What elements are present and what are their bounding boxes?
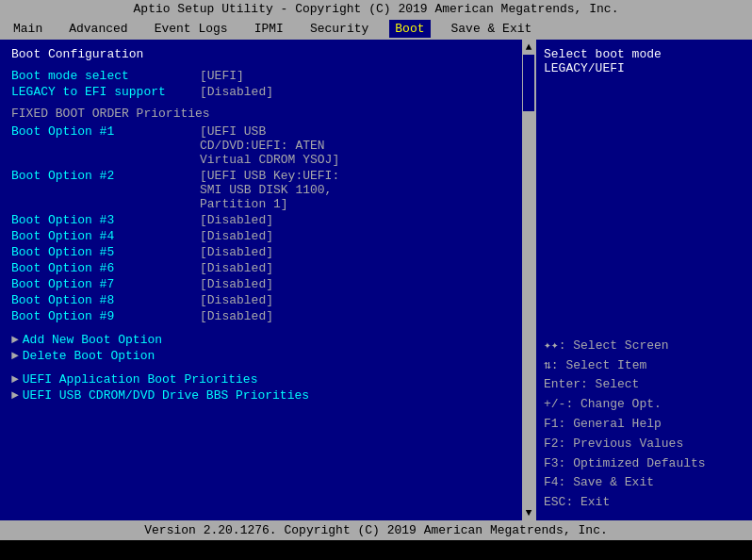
boot-option-2-row: Boot Option #2 [UEFI USB Key:UEFI: SMI U…: [11, 169, 511, 211]
hint-f3: F3: Optimized Defaults: [544, 454, 744, 474]
boot-option-5-label: Boot Option #5: [11, 245, 200, 259]
title-text: Aptio Setup Utility - Copyright (C) 2019…: [134, 2, 619, 16]
menu-bar: Main Advanced Event Logs IPMI Security B…: [0, 18, 752, 40]
boot-option-5-row: Boot Option #5 [Disabled]: [11, 245, 511, 259]
boot-option-1-label: Boot Option #1: [11, 124, 200, 167]
delete-boot-label: Delete Boot Option: [23, 349, 155, 363]
boot-option-5-value[interactable]: [Disabled]: [200, 245, 273, 259]
boot-option-2-label: Boot Option #2: [11, 169, 200, 211]
add-boot-arrow: ►: [11, 333, 19, 347]
scroll-down-arrow[interactable]: ▼: [526, 505, 532, 520]
add-boot-option[interactable]: ► Add New Boot Option: [11, 333, 511, 347]
boot-option-8-label: Boot Option #8: [11, 293, 200, 307]
legacy-efi-row: LEGACY to EFI support [Disabled]: [11, 85, 511, 99]
legacy-efi-value[interactable]: [Disabled]: [200, 85, 273, 99]
scrollbar[interactable]: ▲ ▼: [522, 40, 535, 520]
boot-option-4-row: Boot Option #4 [Disabled]: [11, 229, 511, 243]
boot-option-3-label: Boot Option #3: [11, 213, 200, 227]
hint-f1: F1: General Help: [544, 415, 744, 435]
delete-boot-option[interactable]: ► Delete Boot Option: [11, 349, 511, 363]
boot-option-2-value[interactable]: [UEFI USB Key:UEFI: SMI USB DISK 1100, P…: [200, 169, 339, 211]
hint-block: ✦✦: Select Screen ⇅: Select Item Enter: …: [544, 337, 744, 513]
uefi-app-arrow: ►: [11, 372, 19, 387]
boot-option-6-row: Boot Option #6 [Disabled]: [11, 261, 511, 275]
menu-save-exit[interactable]: Save & Exit: [446, 20, 538, 38]
menu-event-logs[interactable]: Event Logs: [149, 20, 234, 38]
boot-option-9-row: Boot Option #9 [Disabled]: [11, 309, 511, 323]
delete-boot-arrow: ►: [11, 349, 19, 363]
hint-select-item: ⇅: Select Item: [544, 356, 744, 376]
boot-option-9-label: Boot Option #9: [11, 309, 200, 323]
uefi-app-priorities[interactable]: ► UEFI Application Boot Priorities: [11, 372, 511, 387]
boot-option-7-value[interactable]: [Disabled]: [200, 277, 273, 291]
uefi-usb-label: UEFI USB CDROM/DVD Drive BBS Priorities: [23, 388, 309, 403]
menu-ipmi[interactable]: IPMI: [249, 20, 289, 38]
right-panel: Select boot mode LEGACY/UEFI ✦✦: Select …: [535, 40, 752, 520]
hint-esc: ESC: Exit: [544, 493, 744, 513]
boot-option-1-value[interactable]: [UEFI USB CD/DVD:UEFI: ATEN Virtual CDRO…: [200, 124, 339, 167]
boot-option-3-value[interactable]: [Disabled]: [200, 213, 273, 227]
hint-f4: F4: Save & Exit: [544, 473, 744, 493]
main-area: Boot Configuration Boot mode select [UEF…: [0, 40, 752, 520]
boot-option-4-label: Boot Option #4: [11, 229, 200, 243]
title-bar: Aptio Setup Utility - Copyright (C) 2019…: [0, 0, 752, 18]
help-text: Select boot mode LEGACY/UEFI: [544, 47, 744, 75]
hint-change-opt: +/-: Change Opt.: [544, 395, 744, 415]
menu-main[interactable]: Main: [8, 20, 48, 38]
boot-option-9-value[interactable]: [Disabled]: [200, 309, 273, 323]
hint-f2: F2: Previous Values: [544, 435, 744, 454]
add-boot-label: Add New Boot Option: [23, 333, 162, 347]
boot-option-6-label: Boot Option #6: [11, 261, 200, 275]
boot-option-1-row: Boot Option #1 [UEFI USB CD/DVD:UEFI: AT…: [11, 124, 511, 167]
boot-option-4-value[interactable]: [Disabled]: [200, 229, 273, 243]
left-panel: Boot Configuration Boot mode select [UEF…: [0, 40, 522, 520]
hint-select-screen: ✦✦: Select Screen: [544, 337, 744, 356]
boot-option-6-value[interactable]: [Disabled]: [200, 261, 273, 275]
boot-option-7-row: Boot Option #7 [Disabled]: [11, 277, 511, 291]
boot-mode-row: Boot mode select [UEFI]: [11, 69, 511, 83]
section-title: Boot Configuration: [11, 47, 511, 61]
boot-option-8-row: Boot Option #8 [Disabled]: [11, 293, 511, 307]
uefi-usb-priorities[interactable]: ► UEFI USB CDROM/DVD Drive BBS Prioritie…: [11, 388, 511, 403]
boot-option-7-label: Boot Option #7: [11, 277, 200, 291]
menu-boot[interactable]: Boot: [389, 20, 430, 38]
menu-advanced[interactable]: Advanced: [63, 20, 133, 38]
boot-mode-value[interactable]: [UEFI]: [200, 69, 244, 83]
menu-security[interactable]: Security: [304, 20, 374, 38]
hint-enter: Enter: Select: [544, 375, 744, 395]
footer-text: Version 2.20.1276. Copyright (C) 2019 Am…: [144, 523, 607, 537]
uefi-app-label: UEFI Application Boot Priorities: [23, 372, 258, 387]
boot-option-3-row: Boot Option #3 [Disabled]: [11, 213, 511, 227]
fixed-boot-header: FIXED BOOT ORDER Priorities: [11, 107, 511, 121]
scroll-up-arrow[interactable]: ▲: [526, 40, 532, 55]
uefi-usb-arrow: ►: [11, 388, 19, 403]
legacy-efi-label: LEGACY to EFI support: [11, 85, 200, 99]
footer: Version 2.20.1276. Copyright (C) 2019 Am…: [0, 520, 752, 540]
boot-option-8-value[interactable]: [Disabled]: [200, 293, 273, 307]
boot-mode-label: Boot mode select: [11, 69, 200, 83]
